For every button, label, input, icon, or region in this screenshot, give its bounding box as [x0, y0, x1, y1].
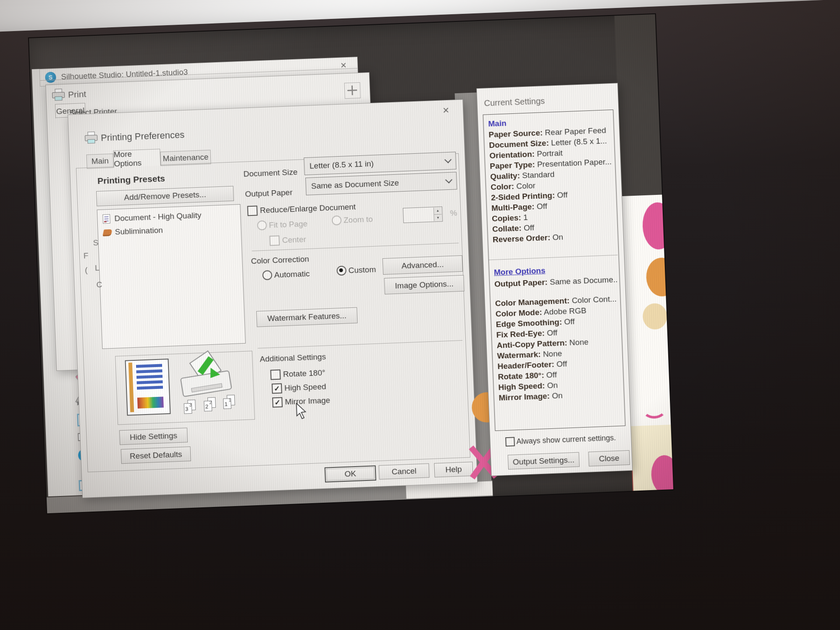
edge-letter: F	[83, 251, 88, 260]
check-icon: ✓	[274, 399, 281, 406]
current-settings-panel: Current Settings Main Paper Source: Rear…	[476, 83, 633, 476]
chevron-down-icon	[445, 176, 452, 184]
center-checkbox[interactable]	[269, 236, 280, 246]
printing-preferences-dialog: × Printing Preferences Main More Options…	[68, 99, 478, 498]
high-speed-checkbox[interactable]: ✓	[272, 383, 282, 394]
output-paper-label: Output Paper	[245, 188, 293, 199]
preferences-title: Printing Preferences	[101, 129, 185, 144]
rotate-180-label: Rotate 180°	[283, 368, 326, 379]
reduce-enlarge-checkbox[interactable]	[247, 205, 258, 216]
percent-label: %	[450, 208, 457, 218]
high-speed-label: High Speed	[284, 382, 326, 393]
print-dialog-printer-icon	[52, 89, 65, 100]
print-preview-area: 3 3 2 2 1 1	[115, 351, 255, 425]
mirror-image-checkbox[interactable]: ✓	[272, 397, 283, 408]
studio-window-title: Silhouette Studio: Untitled-1.studio3	[61, 68, 188, 82]
reset-defaults-button[interactable]: Reset Defaults	[121, 446, 191, 464]
image-options-button[interactable]: Image Options...	[384, 275, 464, 294]
list-item-label: Sublimination	[115, 226, 163, 236]
always-show-settings-checkbox[interactable]	[505, 437, 515, 446]
studio-close-icon[interactable]: ×	[340, 60, 346, 71]
monitor-screen: S S Silhouette Studio: Untitled-1.studio…	[29, 14, 673, 513]
hide-settings-button[interactable]: Hide Settings	[119, 428, 188, 445]
zoom-percent-spinner[interactable]: ▲ ▼	[403, 207, 443, 223]
spinner-up-icon[interactable]: ▲	[434, 207, 442, 215]
list-item-label: Document - High Quality	[114, 211, 202, 223]
fit-to-page-label: Fit to Page	[269, 219, 308, 230]
printer-feed-icon	[178, 352, 252, 396]
main-section-link[interactable]: Main	[488, 119, 507, 129]
automatic-label: Automatic	[274, 269, 310, 280]
ok-button[interactable]: OK	[325, 465, 376, 483]
print-dialog-move-button[interactable]	[344, 82, 360, 99]
preferences-printer-icon	[84, 131, 97, 143]
cancel-button[interactable]: Cancel	[378, 463, 429, 480]
studio-logo-icon: S	[45, 72, 56, 83]
mirror-image-label: Mirror Image	[285, 396, 330, 407]
output-settings-button[interactable]: Output Settings...	[508, 452, 580, 470]
page-stack-3: 3 3	[184, 399, 199, 417]
book-preset-icon	[102, 229, 112, 236]
tab-more-options-label: More Options	[113, 148, 160, 168]
edge-letter: (	[85, 265, 88, 275]
edge-letter: S	[93, 238, 99, 247]
list-item-sublimination[interactable]: Sublimination	[102, 222, 237, 238]
advanced-button[interactable]: Advanced...	[383, 255, 463, 275]
always-show-settings-label: Always show current settings.	[516, 433, 616, 446]
preferences-close-icon[interactable]: ×	[443, 105, 449, 116]
current-settings-title: Current Settings	[484, 96, 545, 108]
preview-text-lines	[136, 364, 163, 391]
more-options-section-link[interactable]: More Options	[494, 266, 546, 277]
list-item-document-high-quality[interactable]: Document - High Quality	[102, 209, 236, 225]
rotate-180-checkbox[interactable]	[270, 370, 281, 380]
zoom-to-label: Zoom to	[344, 215, 373, 225]
edge-letter: L	[95, 263, 100, 273]
check-icon: ✓	[274, 385, 280, 392]
page-stack-1: 1 1	[223, 395, 238, 413]
close-button[interactable]: Close	[588, 450, 630, 467]
move-icon-bar2	[347, 89, 357, 91]
mouse-cursor	[296, 402, 307, 420]
output-paper-value: Same as Document Size	[311, 178, 399, 191]
preview-orange-bar	[129, 362, 134, 412]
presets-listbox[interactable]: Document - High Quality Sublimination	[97, 204, 246, 349]
preview-rainbow-bar	[137, 396, 164, 408]
spinner-down-icon[interactable]: ▼	[434, 214, 442, 221]
page-stack-2: 2 2	[204, 397, 219, 415]
tab-more-options[interactable]: More Options	[113, 149, 160, 167]
center-label: Center	[282, 235, 306, 245]
preview-page-thumbnail	[125, 359, 171, 416]
print-dialog-title: Print	[68, 89, 87, 100]
artwork-smile-arc	[642, 399, 667, 419]
tab-main-label: Main	[91, 156, 109, 166]
document-size-value: Letter (8.5 x 11 in)	[310, 159, 374, 171]
custom-label: Custom	[348, 265, 376, 275]
chevron-down-icon	[444, 156, 452, 163]
tab-maintenance-label: Maintenance	[163, 152, 209, 163]
help-button[interactable]: Help	[434, 462, 473, 478]
artwork-tan-blob	[642, 303, 667, 330]
document-preset-icon	[102, 214, 110, 224]
edge-letter: C	[96, 280, 102, 290]
